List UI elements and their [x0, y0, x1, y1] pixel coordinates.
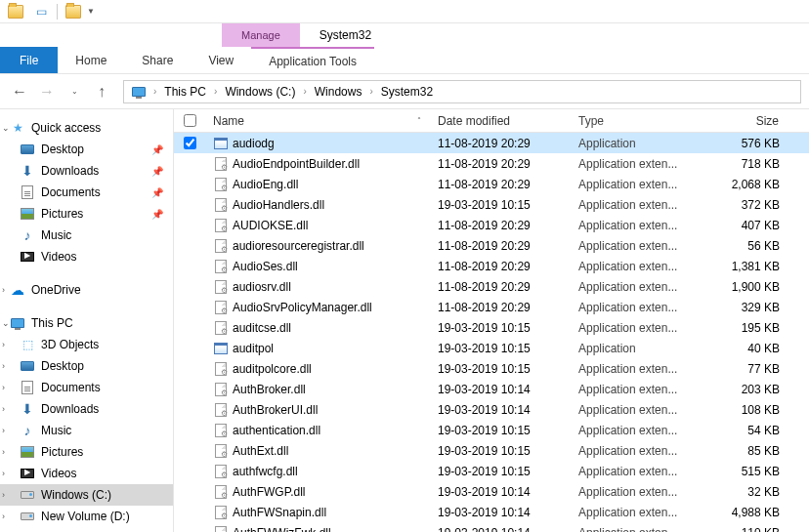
row-checkbox[interactable]	[174, 342, 205, 354]
collapse-icon[interactable]: ⌄	[2, 318, 10, 328]
row-checkbox[interactable]	[174, 178, 205, 190]
file-row[interactable]: AuthFWSnapin.dll 19-03-2019 10:14 Applic…	[174, 502, 809, 522]
sidebar-item[interactable]: Desktop 📌	[0, 139, 173, 160]
expand-icon[interactable]: ›	[2, 426, 5, 435]
row-checkbox[interactable]	[174, 280, 205, 293]
row-checkbox[interactable]	[174, 362, 205, 375]
row-checkbox[interactable]	[174, 485, 205, 498]
expand-icon[interactable]: ›	[2, 404, 5, 414]
row-checkbox[interactable]	[174, 301, 205, 313]
column-header-size[interactable]: Size	[707, 109, 788, 132]
expand-icon[interactable]: ›	[2, 512, 5, 521]
file-row[interactable]: AuthBroker.dll 19-03-2019 10:14 Applicat…	[174, 379, 809, 399]
sidebar-item[interactable]: Documents 📌	[0, 182, 173, 203]
chevron-right-icon[interactable]: ›	[367, 86, 374, 97]
row-checkbox[interactable]	[174, 403, 205, 416]
tab-home[interactable]: Home	[58, 47, 124, 73]
row-checkbox[interactable]	[174, 321, 205, 334]
sidebar-item[interactable]: ⬇ Downloads 📌	[0, 160, 173, 182]
expand-icon[interactable]: ›	[2, 340, 5, 349]
row-checkbox[interactable]	[174, 137, 205, 149]
videos-icon	[20, 466, 35, 481]
expand-icon[interactable]: ›	[2, 383, 5, 392]
row-checkbox[interactable]	[174, 198, 205, 211]
file-row[interactable]: AuthFWWizFwk.dll 19-03-2019 10:14 Applic…	[174, 522, 809, 532]
forward-button[interactable]: →	[35, 80, 59, 103]
sidebar-item[interactable]: › Windows (C:)	[0, 484, 173, 506]
breadcrumb-item[interactable]: This PC	[158, 81, 212, 102]
chevron-right-icon[interactable]: ›	[151, 86, 158, 97]
file-row[interactable]: AuthBrokerUI.dll 19-03-2019 10:14 Applic…	[174, 399, 809, 420]
file-row[interactable]: auditpol 19-03-2019 10:15 Application 40…	[174, 338, 809, 358]
row-checkbox[interactable]	[174, 424, 205, 436]
sidebar-item[interactable]: › ⬇ Downloads	[0, 398, 173, 420]
expand-icon[interactable]: ›	[2, 490, 5, 500]
sidebar-item[interactable]: › Desktop	[0, 355, 173, 377]
column-header-type[interactable]: Type	[571, 109, 707, 132]
navigation-pane[interactable]: ⌄ ★ Quick access Desktop 📌⬇ Downloads 📌 …	[0, 109, 174, 532]
file-row[interactable]: audiosrv.dll 11-08-2019 20:29 Applicatio…	[174, 276, 809, 297]
breadcrumb-item[interactable]: System32	[375, 81, 439, 102]
sidebar-item[interactable]: Pictures 📌	[0, 203, 173, 225]
file-row[interactable]: AudioEndpointBuilder.dll 11-08-2019 20:2…	[174, 153, 809, 174]
breadcrumb-item[interactable]: Windows (C:)	[219, 81, 301, 102]
file-row[interactable]: audioresourceregistrar.dll 11-08-2019 20…	[174, 235, 809, 256]
file-row[interactable]: authentication.dll 19-03-2019 10:15 Appl…	[174, 420, 809, 440]
row-checkbox[interactable]	[174, 260, 205, 272]
row-checkbox[interactable]	[174, 219, 205, 231]
tab-file[interactable]: File	[0, 47, 58, 73]
sidebar-item[interactable]: › Pictures	[0, 441, 173, 463]
sidebar-quick-access[interactable]: ⌄ ★ Quick access	[0, 117, 173, 139]
column-header-name[interactable]: Name ˄	[205, 109, 430, 132]
sidebar-item[interactable]: › Videos	[0, 463, 173, 484]
tab-application-tools[interactable]: Application Tools	[251, 47, 374, 73]
sidebar-this-pc[interactable]: ⌄ This PC	[0, 312, 173, 334]
file-row[interactable]: AuthFWGP.dll 19-03-2019 10:14 Applicatio…	[174, 481, 809, 502]
file-row[interactable]: AudioHandlers.dll 19-03-2019 10:15 Appli…	[174, 194, 809, 215]
back-button[interactable]: ←	[8, 80, 31, 103]
breadcrumb-root-icon[interactable]	[126, 81, 151, 102]
chevron-right-icon[interactable]: ›	[212, 86, 219, 97]
sidebar-item[interactable]: ♪ Music	[0, 225, 173, 246]
expand-icon[interactable]: ›	[2, 361, 5, 371]
sidebar-item[interactable]: › ⬚ 3D Objects	[0, 334, 173, 355]
file-row[interactable]: AudioSrvPolicyManager.dll 11-08-2019 20:…	[174, 297, 809, 317]
sidebar-item[interactable]: Videos	[0, 246, 173, 267]
qat-customize-icon[interactable]: ▼	[87, 7, 95, 16]
row-checkbox[interactable]	[174, 157, 205, 170]
select-all-checkbox[interactable]	[174, 114, 205, 127]
address-bar[interactable]: › This PC › Windows (C:) › Windows › Sys…	[123, 80, 801, 103]
file-list[interactable]: Name ˄ Date modified Type Size audiodg 1…	[174, 109, 809, 532]
chevron-right-icon[interactable]: ›	[301, 86, 308, 97]
tab-view[interactable]: View	[191, 47, 251, 73]
sidebar-item[interactable]: › Documents	[0, 377, 173, 398]
collapse-icon[interactable]: ⌄	[2, 123, 10, 133]
file-row[interactable]: auditpolcore.dll 19-03-2019 10:15 Applic…	[174, 358, 809, 379]
up-button[interactable]: ↑	[90, 80, 113, 103]
file-row[interactable]: AuthExt.dll 19-03-2019 10:15 Application…	[174, 440, 809, 461]
row-checkbox[interactable]	[174, 444, 205, 457]
recent-locations-button[interactable]: ⌄	[63, 80, 86, 103]
expand-icon[interactable]: ›	[2, 469, 5, 478]
row-checkbox[interactable]	[174, 465, 205, 477]
row-checkbox[interactable]	[174, 239, 205, 252]
qat-new-folder-icon[interactable]	[64, 2, 83, 21]
row-checkbox[interactable]	[174, 526, 205, 532]
file-row[interactable]: auditcse.dll 19-03-2019 10:15 Applicatio…	[174, 317, 809, 338]
file-row[interactable]: AudioSes.dll 11-08-2019 20:29 Applicatio…	[174, 256, 809, 276]
sidebar-item[interactable]: › ♪ Music	[0, 420, 173, 441]
breadcrumb-item[interactable]: Windows	[309, 81, 368, 102]
file-row[interactable]: AudioEng.dll 11-08-2019 20:29 Applicatio…	[174, 174, 809, 194]
tab-share[interactable]: Share	[124, 47, 191, 73]
file-row[interactable]: audiodg 11-08-2019 20:29 Application 576…	[174, 133, 809, 153]
sidebar-item[interactable]: › New Volume (D:)	[0, 506, 173, 527]
file-row[interactable]: AUDIOKSE.dll 11-08-2019 20:29 Applicatio…	[174, 215, 809, 235]
column-header-date[interactable]: Date modified	[430, 109, 571, 132]
file-row[interactable]: authfwcfg.dll 19-03-2019 10:15 Applicati…	[174, 461, 809, 481]
row-checkbox[interactable]	[174, 383, 205, 395]
row-checkbox[interactable]	[174, 506, 205, 518]
expand-icon[interactable]: ›	[2, 285, 5, 295]
qat-properties-icon[interactable]: ▭	[31, 2, 51, 21]
expand-icon[interactable]: ›	[2, 447, 5, 457]
sidebar-onedrive[interactable]: › ☁ OneDrive	[0, 279, 173, 301]
